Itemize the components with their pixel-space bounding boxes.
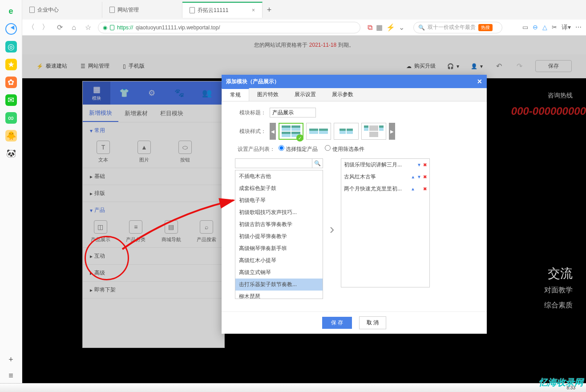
search-placeholder: 双十一价或全年最贵 <box>428 24 476 31</box>
input-module-title[interactable] <box>270 108 316 117</box>
item-label: 两个月快速尤克里里初... <box>344 185 402 193</box>
dialog-tab-display[interactable]: 展示设置 <box>287 88 324 101</box>
browser-logo-icon: e <box>5 5 17 17</box>
qr-icon[interactable]: ▦ <box>376 23 383 32</box>
tab-label: 网站管理 <box>117 6 139 14</box>
weibo-icon[interactable]: ✿ <box>5 77 17 88</box>
address-right-icons: ⧉ ▦ ⚡ ⌄ <box>368 23 404 32</box>
book-icon[interactable]: ▭ <box>522 24 528 32</box>
list-item[interactable]: 高级立式钢琴 <box>235 267 323 279</box>
scissors-icon[interactable]: ✂ <box>552 24 557 32</box>
product-search-button[interactable]: 🔍 <box>312 159 323 168</box>
back-button[interactable]: 〈 <box>27 23 36 32</box>
style-option-3[interactable] <box>334 123 359 140</box>
sidebar-app-icon-3[interactable]: 🐥 <box>5 130 17 141</box>
address-input[interactable]: ◉ https://qiaotuoyun11111.vip.webportal.… <box>98 22 360 33</box>
style-option-1[interactable]: ✓ <box>279 123 303 140</box>
list-item[interactable]: 高级红木小提琴 <box>235 255 323 267</box>
remove-icon[interactable]: ✖ <box>423 174 427 179</box>
mail-icon[interactable]: ✉ <box>5 94 17 106</box>
hot-badge: 热搜 <box>478 24 493 31</box>
tab-label: 企业中心 <box>37 6 59 14</box>
lock-icon <box>110 25 114 30</box>
move-right-button[interactable]: › <box>330 221 335 237</box>
style-next-button[interactable]: ▶ <box>389 123 395 140</box>
list-item[interactable]: 初级歌唱技巧发声技巧... <box>235 206 323 218</box>
dialog-body: 模块标题： 模块样式： ◀ ✓ ▶ 设置产品列表： 选择指定产品 使用筛选条件 <box>222 101 487 311</box>
product-search-input[interactable] <box>235 159 312 168</box>
move-down-icon[interactable]: ▼ <box>417 174 421 179</box>
move-up-icon[interactable]: ▲ <box>411 186 415 191</box>
label-module-title: 模块标题： <box>235 109 266 117</box>
list-item[interactable]: 初级古韵古筝弹奏教学 <box>235 218 323 230</box>
new-tab-button[interactable]: + <box>263 5 276 15</box>
sidebar-app-icon-4[interactable]: 🐼 <box>5 148 17 159</box>
mover-column: › <box>323 158 341 299</box>
list-item[interactable]: 柳木琵琶 <box>235 291 323 299</box>
doc-icon <box>29 7 35 13</box>
browser-tabs: 企业中心 网站管理 乔拓云11111 × + <box>22 0 586 20</box>
doc-icon <box>190 7 195 13</box>
item-label: 古风红木古筝 <box>344 173 376 181</box>
more-icon[interactable]: ⋯ <box>575 24 582 32</box>
home-button[interactable]: ⌂ <box>69 23 78 32</box>
compass-icon[interactable] <box>5 23 17 35</box>
sidebar-app-icon-1[interactable]: ◎ <box>5 41 17 53</box>
reload-button[interactable]: ⟳ <box>55 23 64 32</box>
list-item[interactable]: 不插电木吉他 <box>235 170 323 182</box>
list-item[interactable]: 初级小提琴弹奏教学 <box>235 230 323 242</box>
favorite-button[interactable]: ☆ <box>84 23 93 32</box>
dialog-cancel-button[interactable]: 取 消 <box>359 316 386 329</box>
toolbar-icons: ▭ ⊖ △ ✂ 译▾ ⋯ <box>522 24 582 32</box>
list-item[interactable]: 初级乐理知识讲解三月...▼✖ <box>341 159 429 171</box>
list-item[interactable]: 古风红木古筝▲▼✖ <box>341 171 429 183</box>
radio-select-products[interactable]: 选择指定产品 <box>279 145 318 153</box>
dialog-header: 添加模块（产品展示） ✕ <box>222 75 487 88</box>
browser-search-input[interactable]: 🔍 双十一价或全年最贵 热搜 <box>413 22 502 33</box>
bolt-icon[interactable]: ⚡ <box>386 23 395 32</box>
move-up-icon[interactable]: ▲ <box>411 174 415 179</box>
tab-label: 乔拓云11111 <box>198 7 228 14</box>
browser-left-sidebar: e ◎ ★ ✿ ✉ ∞ 🐥 🐼 + ≡ <box>0 0 22 392</box>
dialog-title: 添加模块（产品展示） <box>226 78 279 85</box>
forward-button[interactable]: 〉 <box>41 23 50 32</box>
dialog-footer: 保 存 取 消 <box>222 311 487 334</box>
circle-minus-icon[interactable]: ⊖ <box>533 24 538 32</box>
dialog-save-button[interactable]: 保 存 <box>322 317 352 329</box>
list-item[interactable]: 高级钢琴弹奏新手班 <box>235 242 323 255</box>
list-item[interactable]: 两个月快速尤克里里初...▲✖ <box>341 183 429 195</box>
sidebar-menu-icon[interactable]: ≡ <box>5 370 17 381</box>
url-path: qiaotuoyun11111.vip.webportal.top/ <box>136 24 220 31</box>
dialog-tab-general[interactable]: 常规 <box>222 88 249 101</box>
doc-icon <box>109 7 115 13</box>
list-item[interactable]: 初级电子琴 <box>235 194 323 206</box>
item-label: 初级乐理知识讲解三月... <box>344 161 402 169</box>
sidebar-app-icon-2[interactable]: ∞ <box>5 112 17 124</box>
dropdown-icon[interactable]: ⌄ <box>399 23 404 32</box>
tab-close-icon[interactable]: × <box>252 7 255 13</box>
browser-tab-1[interactable]: 企业中心 <box>22 2 102 18</box>
browser-tab-2[interactable]: 网站管理 <box>102 2 182 18</box>
selected-products-list[interactable]: 初级乐理知识讲解三月...▼✖古风红木古筝▲▼✖两个月快速尤克里里初...▲✖ <box>341 158 430 287</box>
radio-filter[interactable]: 使用筛选条件 <box>325 145 364 153</box>
triangle-icon[interactable]: △ <box>542 24 547 32</box>
move-down-icon[interactable]: ▼ <box>417 162 421 167</box>
remove-icon[interactable]: ✖ <box>423 162 427 167</box>
available-products-list[interactable]: 不插电木吉他成套棕色架子鼓初级电子琴初级歌唱技巧发声技巧...初级古韵古筝弹奏教… <box>235 170 323 299</box>
add-module-dialog: 添加模块（产品展示） ✕ 常规 图片特效 展示设置 展示参数 模块标题： 模块样… <box>222 75 487 334</box>
star-icon[interactable]: ★ <box>5 59 17 70</box>
dialog-tab-params[interactable]: 展示参数 <box>324 88 361 101</box>
remove-icon[interactable]: ✖ <box>423 186 427 191</box>
style-prev-button[interactable]: ◀ <box>270 123 276 140</box>
translate-icon[interactable]: 译▾ <box>562 24 571 32</box>
dialog-tab-effects[interactable]: 图片特效 <box>249 88 287 101</box>
style-option-4[interactable] <box>361 123 386 140</box>
list-item[interactable]: 成套棕色架子鼓 <box>235 182 323 194</box>
os-taskbar: 8:33 <box>0 383 586 392</box>
style-option-2[interactable] <box>306 123 331 140</box>
browser-tab-3[interactable]: 乔拓云11111 × <box>182 2 263 18</box>
sidebar-add-icon[interactable]: + <box>5 354 17 365</box>
list-item[interactable]: 击打乐器架子鼓节奏教... <box>235 279 323 291</box>
extension-icon-1[interactable]: ⧉ <box>368 24 372 32</box>
dialog-close-button[interactable]: ✕ <box>477 78 482 85</box>
